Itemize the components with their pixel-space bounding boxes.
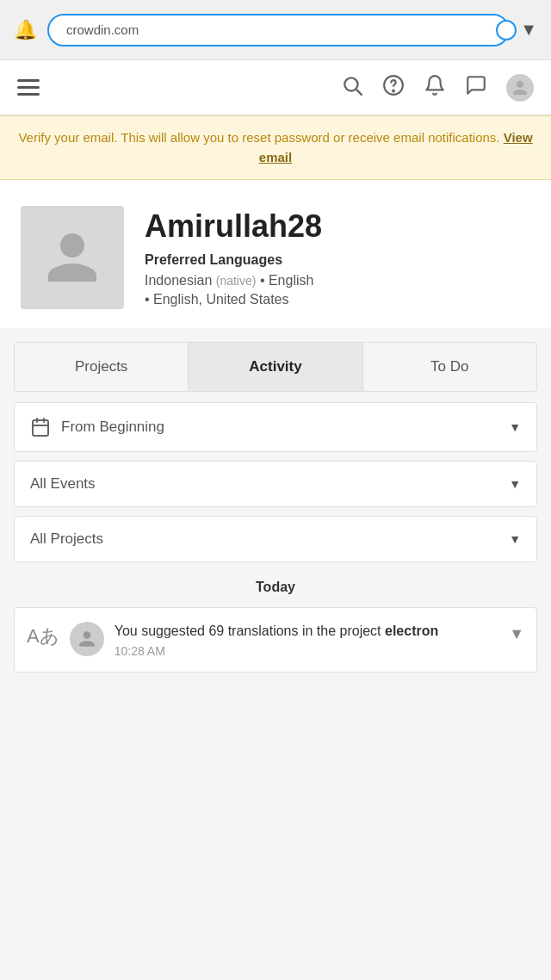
- projects-filter-label: All Projects: [30, 530, 103, 548]
- date-filter-left: From Beginning: [30, 417, 164, 437]
- address-bar: 🔔 crowdin.com ▼: [0, 0, 551, 60]
- address-input[interactable]: crowdin.com: [47, 14, 510, 47]
- date-filter-arrow: ▼: [509, 420, 521, 434]
- svg-rect-4: [33, 420, 48, 436]
- user-avatar-icon[interactable]: [506, 74, 534, 102]
- svg-line-1: [356, 90, 361, 94]
- menu-line-3: [17, 93, 40, 96]
- menu-line-2: [17, 86, 40, 89]
- bell-icon: 🔔: [14, 19, 37, 41]
- activity-item: Aあ You suggested 69 translations in the …: [14, 607, 537, 673]
- menu-line-1: [17, 79, 40, 82]
- profile-tabs: Projects Activity To Do: [14, 342, 537, 392]
- profile-section: Amirullah28 Preferred Languages Indonesi…: [0, 180, 551, 328]
- tab-activity[interactable]: Activity: [189, 343, 362, 391]
- today-label: Today: [14, 580, 537, 595]
- nav-icons: [341, 74, 534, 102]
- profile-languages-line2: • English, United States: [145, 292, 530, 307]
- email-verification-banner: Verify your email. This will allow you t…: [0, 115, 551, 180]
- url-text: crowdin.com: [66, 22, 139, 37]
- hamburger-menu[interactable]: [17, 79, 40, 96]
- activity-today-section: Today Aあ You suggested 69 translations i…: [0, 562, 551, 673]
- calendar-icon: [30, 417, 51, 437]
- tab-todo[interactable]: To Do: [363, 343, 536, 391]
- email-banner-text: Verify your email. This will allow you t…: [18, 130, 499, 145]
- date-filter-dropdown[interactable]: From Beginning ▼: [14, 402, 537, 452]
- lang-indonesian: Indonesian: [145, 273, 212, 288]
- svg-point-0: [344, 78, 357, 90]
- profile-languages-line1: Indonesian (native) • English: [145, 273, 530, 288]
- projects-filter-dropdown[interactable]: All Projects ▼: [14, 516, 537, 562]
- notification-icon[interactable]: [424, 74, 446, 102]
- profile-username: Amirullah28: [145, 209, 530, 244]
- search-icon[interactable]: [341, 74, 363, 102]
- activity-expand-icon[interactable]: ▼: [509, 625, 524, 643]
- chat-icon[interactable]: [465, 74, 487, 102]
- events-filter-arrow: ▼: [509, 477, 521, 491]
- activity-project-name: electron: [385, 623, 438, 638]
- lang-indonesian-note: (native): [216, 274, 257, 288]
- events-filter-label: All Events: [30, 475, 96, 493]
- tab-projects[interactable]: Projects: [15, 343, 189, 391]
- languages-label: Preferred Languages: [145, 252, 530, 268]
- svg-point-3: [393, 90, 394, 91]
- activity-content: You suggested 69 translations in the pro…: [115, 622, 498, 658]
- filters-section: From Beginning ▼ All Events ▼ All Projec…: [0, 392, 551, 562]
- profile-info: Amirullah28 Preferred Languages Indonesi…: [145, 206, 530, 311]
- activity-text-part1: You suggested 69 translations in the pro…: [115, 623, 385, 638]
- events-filter-dropdown[interactable]: All Events ▼: [14, 461, 537, 507]
- address-circle: [496, 20, 517, 40]
- projects-filter-arrow: ▼: [509, 532, 521, 546]
- profile-avatar: [21, 206, 124, 309]
- navbar: [0, 60, 551, 115]
- activity-text: You suggested 69 translations in the pro…: [115, 622, 498, 641]
- help-icon[interactable]: [382, 74, 405, 102]
- activity-time: 10:28 AM: [115, 644, 498, 658]
- date-filter-label: From Beginning: [61, 419, 164, 436]
- translation-type-icon: Aあ: [27, 623, 59, 649]
- lang-english: English: [269, 273, 313, 288]
- activity-user-avatar: [70, 622, 104, 656]
- address-dropdown-icon[interactable]: ▼: [520, 20, 537, 40]
- lang-separator: •: [260, 273, 269, 288]
